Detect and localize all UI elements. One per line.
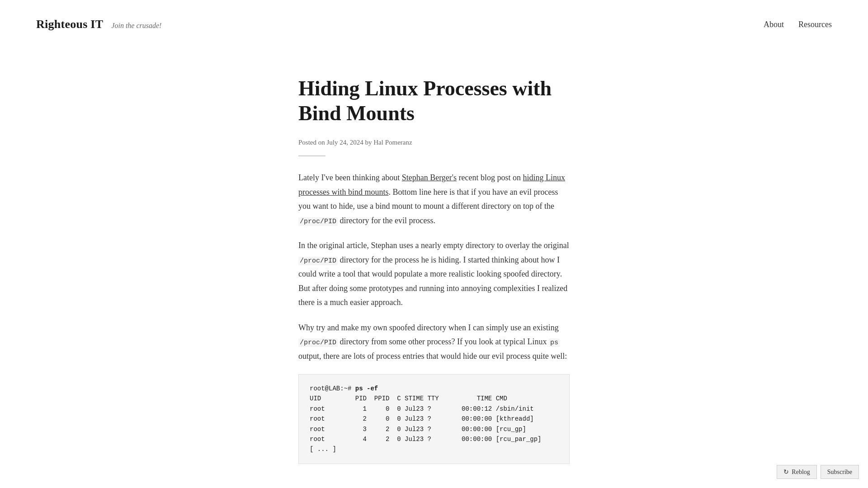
main-nav: About Resources — [764, 18, 832, 32]
code-proc-pid-1: /proc/PID — [298, 217, 338, 226]
code-prompt: root@LAB:~# — [310, 385, 355, 392]
paragraph-1: Lately I've been thinking about Stephan … — [298, 171, 570, 228]
footer-actions: ↻ Reblog Subscribe — [777, 465, 859, 479]
code-proc-pid-2: /proc/PID — [298, 257, 338, 265]
code-block: root@LAB:~# ps -ef UID PID PPID C STIME … — [298, 374, 570, 464]
post-title: Hiding Linux Processes with Bind Mounts — [298, 76, 570, 126]
site-tagline: Join the crusade! — [111, 19, 161, 32]
site-branding: Righteous IT Join the crusade! — [36, 14, 161, 34]
post-meta: Posted on July 24, 2024 by Hal Pomeranz — [298, 137, 570, 149]
code-command: ps -ef — [355, 385, 378, 392]
paragraph-3: Why try and make my own spoofed director… — [298, 321, 570, 364]
paragraph-2: In the original article, Stephan uses a … — [298, 239, 570, 310]
nav-about[interactable]: About — [764, 18, 784, 32]
code-proc-pid-3: /proc/PID — [298, 338, 338, 347]
main-content: Hiding Linux Processes with Bind Mounts … — [0, 76, 868, 464]
subscribe-button[interactable]: Subscribe — [821, 465, 859, 479]
code-ps: ps — [549, 338, 560, 347]
link-stephan-berger[interactable]: Stephan Berger's — [402, 173, 457, 182]
post-divider — [298, 155, 326, 156]
code-output: UID PID PPID C STIME TTY TIME CMD root 1… — [310, 395, 541, 453]
post-wrapper: Hiding Linux Processes with Bind Mounts … — [280, 76, 588, 464]
reblog-label: Reblog — [792, 469, 810, 476]
subscribe-label: Subscribe — [827, 469, 852, 476]
nav-resources[interactable]: Resources — [798, 18, 832, 32]
reblog-icon: ↻ — [783, 468, 789, 476]
post-body: Lately I've been thinking about Stephan … — [298, 171, 570, 464]
reblog-button[interactable]: ↻ Reblog — [777, 465, 816, 479]
site-header: Righteous IT Join the crusade! About Res… — [0, 0, 868, 49]
site-title: Righteous IT — [36, 14, 103, 34]
